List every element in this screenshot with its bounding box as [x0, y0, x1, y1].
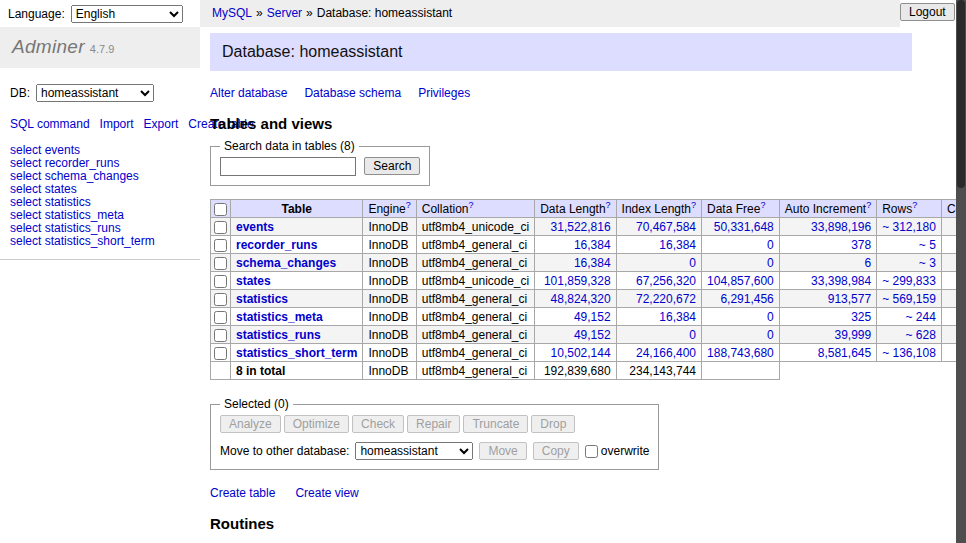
language-select[interactable]: English: [71, 5, 183, 23]
search-button[interactable]: Search: [364, 157, 420, 175]
check-button[interactable]: Check: [352, 415, 404, 433]
breadcrumb-link-mysql[interactable]: MySQL: [212, 6, 252, 20]
table-name-link[interactable]: statistics_short_term: [236, 346, 357, 360]
row-checkbox[interactable]: [214, 275, 227, 288]
rows-link[interactable]: ~ 244: [906, 310, 936, 324]
create-view-link[interactable]: Create view: [295, 486, 358, 500]
data-length-link[interactable]: 31,522,816: [551, 220, 611, 234]
sidebar-table-link[interactable]: select statistics_short_term: [10, 235, 190, 248]
row-checkbox[interactable]: [214, 221, 227, 234]
data-length-link[interactable]: 49,152: [574, 310, 611, 324]
table-name-link[interactable]: statistics: [236, 292, 288, 306]
table-name-link[interactable]: events: [236, 220, 274, 234]
data-length-link[interactable]: 10,502,144: [551, 346, 611, 360]
column-header-collation: Collation?: [416, 200, 534, 218]
sidebar-link-sql-command[interactable]: SQL command: [10, 117, 90, 131]
engine-cell: InnoDB: [363, 236, 416, 254]
alter-database-link[interactable]: Alter database: [210, 86, 287, 100]
table-name-link[interactable]: statistics_runs: [236, 328, 321, 342]
rows-link[interactable]: ~ 569,159: [882, 292, 936, 306]
engine-cell: InnoDB: [363, 326, 416, 344]
data-free-link[interactable]: 0: [767, 328, 774, 342]
data-length-link[interactable]: 49,152: [574, 328, 611, 342]
data-length-link[interactable]: 48,824,320: [551, 292, 611, 306]
help-icon[interactable]: ?: [606, 200, 611, 210]
help-icon[interactable]: ?: [760, 200, 765, 210]
index-length-link[interactable]: 67,256,320: [636, 274, 696, 288]
select-all-checkbox[interactable]: [214, 203, 227, 216]
move-db-select[interactable]: homeassistant: [355, 442, 473, 460]
row-checkbox[interactable]: [214, 311, 227, 324]
auto-increment-link[interactable]: 325: [851, 310, 871, 324]
help-icon[interactable]: ?: [691, 200, 696, 210]
row-checkbox[interactable]: [214, 293, 227, 306]
help-icon[interactable]: ?: [912, 200, 917, 210]
optimize-button[interactable]: Optimize: [284, 415, 349, 433]
data-length-link[interactable]: 16,384: [574, 238, 611, 252]
move-button[interactable]: Move: [479, 442, 526, 460]
search-input[interactable]: [220, 157, 356, 176]
collation-cell: utf8mb4_general_ci: [416, 236, 534, 254]
table-name-link[interactable]: statistics_meta: [236, 310, 323, 324]
index-length-link[interactable]: 0: [689, 328, 696, 342]
row-checkbox[interactable]: [214, 329, 227, 342]
help-icon[interactable]: ?: [406, 200, 411, 210]
collation-cell: utf8mb4_general_ci: [416, 344, 534, 362]
data-free-link[interactable]: 50,331,648: [714, 220, 774, 234]
rows-link[interactable]: ~ 628: [906, 328, 936, 342]
index-length-link[interactable]: 24,166,400: [636, 346, 696, 360]
data-free-link[interactable]: 6,291,456: [720, 292, 773, 306]
data-free-link[interactable]: 104,857,600: [707, 274, 774, 288]
copy-button[interactable]: Copy: [533, 442, 579, 460]
data-free-link[interactable]: 0: [767, 256, 774, 270]
db-select[interactable]: homeassistant: [36, 84, 154, 102]
create-table-link[interactable]: Create table: [210, 486, 275, 500]
data-free-link[interactable]: 188,743,680: [707, 346, 774, 360]
data-free-link[interactable]: 0: [767, 238, 774, 252]
logout-button[interactable]: Logout: [900, 3, 955, 21]
table-name-link[interactable]: schema_changes: [236, 256, 336, 270]
data-length-link[interactable]: 101,859,328: [544, 274, 611, 288]
help-icon[interactable]: ?: [866, 200, 871, 210]
auto-increment-cell: 33,898,196: [779, 218, 876, 236]
drop-button[interactable]: Drop: [531, 415, 575, 433]
truncate-button[interactable]: Truncate: [463, 415, 528, 433]
analyze-button[interactable]: Analyze: [220, 415, 281, 433]
rows-link[interactable]: ~ 136,108: [882, 346, 936, 360]
auto-increment-link[interactable]: 913,577: [828, 292, 871, 306]
data-free-link[interactable]: 0: [767, 310, 774, 324]
index-length-link[interactable]: 0: [689, 256, 696, 270]
index-length-link[interactable]: 16,384: [659, 310, 696, 324]
auto-increment-link[interactable]: 33,398,984: [811, 274, 871, 288]
auto-increment-link[interactable]: 39,999: [834, 328, 871, 342]
database-schema-link[interactable]: Database schema: [304, 86, 401, 100]
rows-link[interactable]: ~ 299,833: [882, 274, 936, 288]
index-length-link[interactable]: 72,220,672: [636, 292, 696, 306]
table-name-link[interactable]: recorder_runs: [236, 238, 317, 252]
vertical-scrollbar[interactable]: [956, 0, 966, 543]
data-length-link[interactable]: 16,384: [574, 256, 611, 270]
auto-increment-link[interactable]: 8,581,645: [818, 346, 871, 360]
rows-link[interactable]: ~ 312,180: [882, 220, 936, 234]
rows-link[interactable]: ~ 3: [919, 256, 936, 270]
table-row: statisticsInnoDButf8mb4_general_ci48,824…: [211, 290, 966, 308]
scrollbar-thumb[interactable]: [957, 0, 965, 188]
page-title: Database: homeassistant: [210, 33, 912, 71]
repair-button[interactable]: Repair: [407, 415, 460, 433]
sidebar-link-export[interactable]: Export: [144, 117, 179, 131]
auto-increment-link[interactable]: 33,898,196: [811, 220, 871, 234]
table-name-link[interactable]: states: [236, 274, 271, 288]
index-length-link[interactable]: 16,384: [659, 238, 696, 252]
row-checkbox[interactable]: [214, 257, 227, 270]
row-checkbox[interactable]: [214, 239, 227, 252]
index-length-link[interactable]: 70,467,584: [636, 220, 696, 234]
breadcrumb-link-server[interactable]: Server: [267, 6, 302, 20]
row-checkbox[interactable]: [214, 347, 227, 360]
rows-link[interactable]: ~ 5: [919, 238, 936, 252]
help-icon[interactable]: ?: [468, 200, 473, 210]
privileges-link[interactable]: Privileges: [418, 86, 470, 100]
auto-increment-link[interactable]: 378: [851, 238, 871, 252]
overwrite-checkbox[interactable]: [585, 445, 598, 458]
sidebar-link-import[interactable]: Import: [100, 117, 134, 131]
auto-increment-link[interactable]: 6: [864, 256, 871, 270]
